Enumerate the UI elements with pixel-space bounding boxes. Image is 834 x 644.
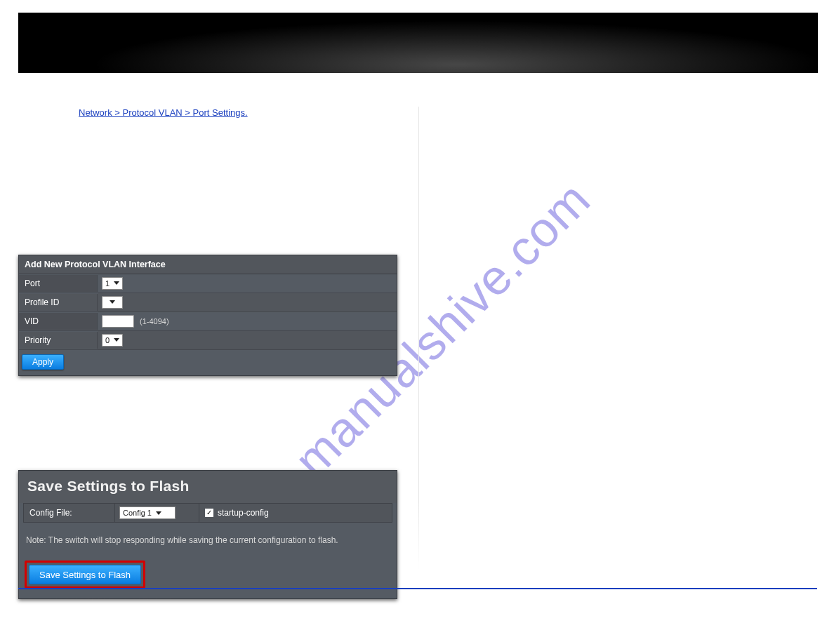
priority-select[interactable]: 0: [102, 334, 123, 347]
vid-input[interactable]: [102, 315, 134, 328]
flash-note: Note: The switch will stop responding wh…: [19, 523, 397, 561]
bullet-priority: Priority – Click the drop-down list to s…: [18, 229, 418, 242]
bullet-vid: VID – Enter the VID of the VLAN to assig…: [18, 208, 418, 220]
startup-config-checkbox[interactable]: ✓: [205, 509, 213, 517]
footer-copyright: © Copyright 2018 TRENDnet. All Rights Re…: [18, 596, 207, 606]
header-banner: [18, 13, 818, 73]
chevron-down-icon: [114, 281, 119, 285]
row-profile-id: Profile ID: [19, 293, 397, 312]
protocol-vlan-panel: Add New Protocol VLAN Interface Port 1 P…: [18, 255, 397, 376]
label-port: Port: [19, 275, 98, 292]
config-file-select[interactable]: Config 1: [119, 507, 176, 519]
label-profile-id: Profile ID: [19, 294, 98, 311]
step-6: 6. Click OK.: [18, 413, 418, 426]
save-settings-row: Config File: Config 1 ✓ startup-config: [23, 503, 392, 523]
step-5: 5. At the top right of the screen, click…: [18, 391, 418, 404]
port-value: 1: [105, 279, 110, 288]
chevron-down-icon: [110, 300, 115, 304]
footer-rule: [18, 588, 817, 589]
left-column: 3. Click on the Network > Protocol VLAN …: [18, 107, 418, 599]
vid-hint: (1-4094): [140, 317, 169, 326]
apply-row: Apply: [19, 350, 397, 375]
nav-link[interactable]: Network > Protocol VLAN > Port Settings.: [79, 107, 248, 118]
label-vid: VID: [19, 313, 98, 330]
chevron-down-icon: [114, 338, 119, 342]
note-para: Note: This step saves all configuration …: [18, 436, 418, 460]
chevron-down-icon: [156, 511, 161, 515]
column-divider: [418, 107, 419, 570]
priority-value: 0: [105, 336, 110, 344]
bullet-profile: Profile ID – Click the drop-down list an…: [18, 173, 418, 198]
footer-page-number: 83: [808, 596, 817, 606]
row-port: Port 1: [19, 274, 397, 293]
startup-config-label: startup-config: [218, 508, 269, 518]
config-file-label: Config File:: [24, 504, 115, 522]
footer: © Copyright 2018 TRENDnet. All Rights Re…: [18, 596, 817, 606]
save-settings-panel: Save Settings to Flash Config File: Conf…: [18, 470, 397, 599]
panel-title: Add New Protocol VLAN Interface: [19, 255, 397, 274]
profile-id-select[interactable]: [102, 296, 123, 309]
port-select[interactable]: 1: [102, 277, 123, 290]
step-4: 4. Review the settings. Then click Add t…: [18, 129, 418, 142]
row-priority: Priority 0: [19, 331, 397, 350]
apply-button[interactable]: Apply: [22, 354, 64, 370]
save-settings-button[interactable]: Save Settings to Flash: [29, 565, 141, 584]
label-priority: Priority: [19, 332, 98, 349]
save-settings-title: Save Settings to Flash: [19, 471, 397, 503]
row-vid: VID (1-4094): [19, 312, 397, 331]
bullet-port: Port – Select the port to add the protoc…: [18, 151, 418, 163]
config-file-value: Config 1: [123, 509, 152, 517]
step-3-prefix: 3. Click on the: [18, 107, 76, 118]
save-button-highlight: Save Settings to Flash: [25, 561, 145, 589]
